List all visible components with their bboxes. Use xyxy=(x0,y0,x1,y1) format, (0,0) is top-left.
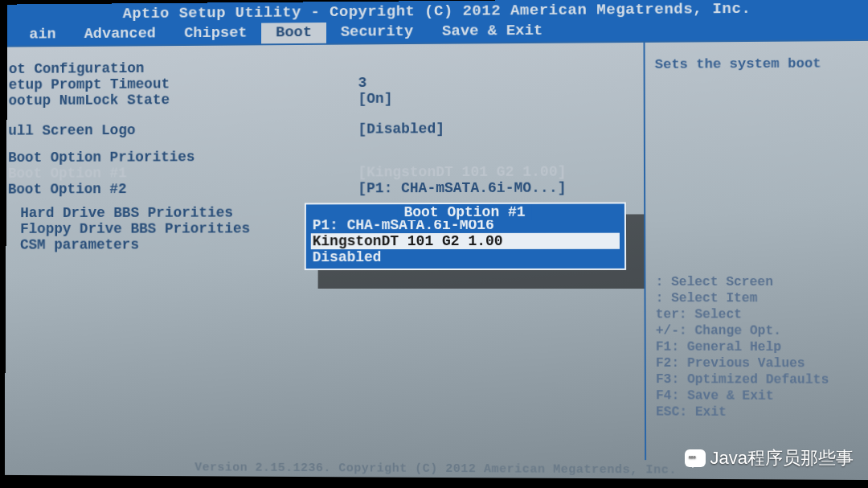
popup-item-2[interactable]: Disabled xyxy=(311,249,620,265)
section-boot-config: ot Configuration xyxy=(7,59,358,77)
key-f4: F4: Save & Exit xyxy=(656,388,867,404)
tab-boot[interactable]: Boot xyxy=(261,23,326,43)
key-change: +/-: Change Opt. xyxy=(656,322,867,339)
label-prompt-timeout[interactable]: etup Prompt Timeout xyxy=(7,75,358,92)
label-boot-option-1[interactable]: Boot Option #1 xyxy=(6,164,358,181)
value-numlock: [On] xyxy=(358,91,393,107)
tab-chipset[interactable]: Chipset xyxy=(170,23,261,45)
key-enter: ter: Select xyxy=(656,306,867,322)
chat-bubble-icon xyxy=(685,449,706,467)
boot-option-popup: Boot Option #1 P1: CHA-mSATA.6i-MO16 Kin… xyxy=(305,202,626,270)
key-f2: F2: Previous Values xyxy=(656,355,867,372)
label-boot-option-2[interactable]: Boot Option #2 xyxy=(6,180,358,197)
watermark-text: Java程序员那些事 xyxy=(710,446,854,470)
popup-title: Boot Option #1 xyxy=(398,204,532,220)
label-fullscreen-logo[interactable]: ull Screen Logo xyxy=(6,121,358,139)
settings-pane: ot Configuration etup Prompt Timeout 3 o… xyxy=(5,43,646,460)
help-pane: Sets the system boot : Select Screen : S… xyxy=(645,41,868,461)
section-priorities: Boot Option Priorities xyxy=(6,149,358,166)
key-help: : Select Screen : Select Item ter: Selec… xyxy=(656,274,868,421)
tab-save-exit[interactable]: Save & Exit xyxy=(428,21,557,43)
help-text: Sets the system boot xyxy=(655,55,866,72)
key-select-screen: : Select Screen xyxy=(656,274,867,290)
key-f1: F1: General Help xyxy=(656,339,867,356)
tab-advanced[interactable]: Advanced xyxy=(70,24,170,46)
body: ot Configuration etup Prompt Timeout 3 o… xyxy=(5,39,868,461)
watermark: Java程序员那些事 xyxy=(685,446,854,470)
value-boot-option-2: [P1: CHA-mSATA.6i-MO...] xyxy=(358,180,566,197)
value-boot-option-1: [KingstonDT 101 G2 1.00] xyxy=(358,164,566,181)
bios-screen: Aptio Setup Utility - Copyright (C) 2012… xyxy=(5,0,868,480)
key-select-item: : Select Item xyxy=(656,290,867,306)
key-f3: F3: Optimized Defaults xyxy=(656,371,867,388)
tab-security[interactable]: Security xyxy=(326,22,428,43)
popup-item-1[interactable]: KingstonDT 101 G2 1.00 xyxy=(311,233,620,250)
tab-main[interactable]: ain xyxy=(15,24,70,45)
value-fullscreen-logo: [Disabled] xyxy=(358,121,444,137)
value-prompt-timeout: 3 xyxy=(358,75,367,91)
key-esc: ESC: Exit xyxy=(656,404,867,420)
label-numlock[interactable]: ootup NumLock State xyxy=(7,91,358,109)
